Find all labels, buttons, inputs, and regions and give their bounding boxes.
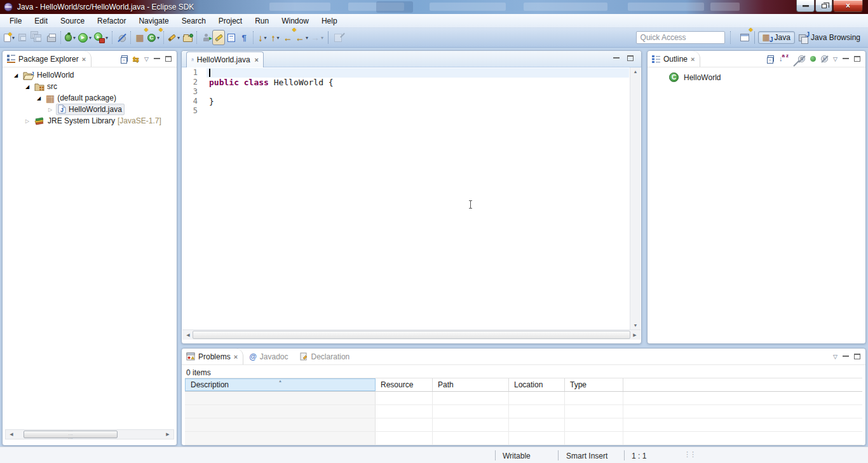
open-perspective-button[interactable]: ◆ (738, 30, 751, 45)
restore-button[interactable] (815, 0, 832, 12)
outline-tab[interactable]: Outline × (648, 51, 700, 67)
maximize-view-icon[interactable] (165, 56, 172, 62)
previous-annotation-button[interactable]: ↑ ▾ (269, 30, 281, 45)
menu-run[interactable]: Run (248, 15, 275, 27)
editor-hscrollbar[interactable]: ◀ ▶ (182, 329, 641, 340)
new-java-class-button[interactable]: C ◆ ▾ (146, 30, 161, 45)
next-annotation-button[interactable]: ↓ ▾ (256, 30, 269, 45)
collapse-all-button[interactable] (767, 55, 774, 62)
editor-tab-helloworld[interactable]: J HelloWorld.java × (186, 52, 264, 67)
skip-breakpoints-button[interactable] (115, 30, 128, 45)
maximize-view-icon[interactable] (854, 56, 860, 62)
debug-dropdown-arrow[interactable]: ▾ (73, 35, 76, 41)
tree-row-src[interactable]: ◢ src (3, 81, 177, 92)
perspective-java-browsing-button[interactable]: J Java Browsing (795, 32, 864, 43)
minimize-view-icon[interactable] (154, 57, 160, 59)
menu-edit[interactable]: Edit (28, 15, 54, 27)
minimize-view-icon[interactable] (843, 354, 849, 357)
close-button[interactable]: × (833, 0, 863, 12)
show-whitespace-button[interactable]: ¶ (238, 30, 250, 45)
new-wizard-button[interactable]: ◆ ▾ (3, 30, 16, 45)
tree-row-java-file[interactable]: ▷ J HelloWorld.java (3, 104, 177, 115)
column-header-description[interactable]: ▲ Description (185, 378, 376, 391)
minimize-view-icon[interactable] (843, 57, 849, 59)
expanded-arrow-icon[interactable]: ◢ (13, 73, 19, 78)
collapse-all-button[interactable] (121, 55, 128, 62)
run-dropdown-arrow[interactable]: ▾ (89, 35, 92, 41)
column-header-location[interactable]: Location (509, 378, 565, 391)
link-with-editor-button[interactable]: ⇆ (133, 55, 139, 64)
expanded-arrow-icon[interactable]: ◢ (36, 95, 42, 101)
scrollbar-thumb[interactable] (24, 431, 118, 438)
hide-non-public-button[interactable] (810, 56, 816, 62)
collapsed-arrow-icon[interactable]: ▷ (47, 107, 53, 113)
tree-row-project[interactable]: ◢ J HelloWorld (3, 69, 177, 81)
problems-tab[interactable]: Problems × (182, 349, 243, 364)
package-explorer-tab[interactable]: Package Explorer × (3, 51, 92, 67)
next-annotation-dropdown-arrow[interactable]: ▾ (264, 35, 267, 41)
search-dropdown-arrow[interactable]: ▾ (177, 35, 180, 41)
open-type-button[interactable] (181, 30, 194, 45)
column-header-path[interactable]: Path (433, 378, 509, 391)
scroll-up-icon[interactable]: ▲ (630, 69, 641, 74)
tree-row-jre[interactable]: ▷ JRE System Library [JavaSE-1.7] (3, 115, 177, 127)
menu-search[interactable]: Search (175, 15, 212, 27)
menu-file[interactable]: File (3, 15, 28, 27)
run-button[interactable]: ▶ ▾ (77, 30, 93, 45)
search-button[interactable]: ▾ (166, 30, 181, 45)
menu-help[interactable]: Help (315, 15, 344, 27)
outline-class-item[interactable]: C HelloWorld (648, 67, 865, 82)
selected-file[interactable]: J HelloWorld.java (56, 104, 125, 115)
collapsed-arrow-icon[interactable]: ▷ (24, 118, 31, 124)
close-view-icon[interactable]: × (691, 55, 695, 63)
expanded-arrow-icon[interactable]: ◢ (24, 84, 31, 90)
package-explorer-hscrollbar[interactable]: ◀ ▶ (5, 429, 174, 439)
menu-source[interactable]: Source (54, 15, 91, 27)
view-menu-icon[interactable]: ▽ (144, 56, 149, 62)
column-header-type[interactable]: Type (565, 378, 623, 391)
previous-annotation-dropdown-arrow[interactable]: ▾ (277, 35, 280, 41)
declaration-tab[interactable]: Declaration (294, 349, 356, 364)
close-view-icon[interactable]: × (82, 55, 86, 63)
maximize-view-icon[interactable] (854, 354, 860, 359)
minimize-editor-icon[interactable] (613, 56, 620, 59)
menu-navigate[interactable]: Navigate (132, 15, 175, 27)
show-source-button[interactable] (225, 30, 238, 45)
print-button[interactable] (45, 30, 58, 45)
toggle-focus-button[interactable]: ▸ (200, 30, 212, 45)
new-java-project-button[interactable]: ▦ ◆ (133, 30, 146, 45)
view-menu-icon[interactable]: ▽ (833, 354, 837, 360)
external-tools-dropdown-arrow[interactable]: ▾ (105, 35, 108, 41)
quick-access-input[interactable] (636, 31, 725, 44)
close-tab-icon[interactable]: × (255, 56, 259, 64)
code-editor[interactable]: 1 2 3 4 5 public class HelloWorld { } ▲ … (182, 67, 641, 329)
editor-vscrollbar[interactable]: ▲ ▼ (630, 67, 641, 329)
perspective-java-button[interactable]: ▦J Java (758, 31, 795, 44)
menu-window[interactable]: Window (275, 15, 315, 27)
mark-occurrences-button[interactable] (212, 30, 225, 45)
minimize-button[interactable] (796, 0, 815, 12)
new-class-dropdown-arrow[interactable]: ▾ (157, 35, 159, 41)
hide-static-members-button[interactable]: S (798, 55, 805, 62)
view-menu-icon[interactable]: ▽ (833, 56, 837, 62)
run-external-tools-button[interactable]: ▶ ▾ (93, 30, 109, 45)
back-dropdown-arrow[interactable]: ▾ (306, 35, 308, 41)
title-bar[interactable]: Java - HelloWorld/src/HelloWorld.java - … (0, 0, 868, 14)
column-header-resource[interactable]: Resource (376, 378, 433, 391)
scroll-left-icon[interactable]: ◀ (184, 333, 193, 338)
menu-project[interactable]: Project (212, 15, 248, 27)
sort-button[interactable]: ↓a z (779, 55, 788, 63)
maximize-editor-icon[interactable] (627, 55, 634, 61)
last-edit-location-button[interactable]: ← ◆ (281, 30, 294, 45)
close-view-icon[interactable]: × (234, 353, 238, 361)
javadoc-tab[interactable]: @ Javadoc (243, 349, 294, 364)
tree-row-default-package[interactable]: ◢ ▦ (default package) (3, 92, 177, 104)
back-button[interactable]: ← ▾ (294, 30, 309, 45)
scrollbar-thumb[interactable] (193, 331, 630, 339)
debug-button[interactable]: ▾ (64, 30, 77, 45)
new-dropdown-arrow[interactable]: ▾ (12, 35, 15, 41)
scroll-right-icon[interactable]: ▶ (163, 432, 172, 437)
hide-local-types-button[interactable]: L (821, 55, 828, 62)
menu-refactor[interactable]: Refactor (91, 15, 132, 27)
scroll-left-icon[interactable]: ◀ (7, 432, 16, 437)
